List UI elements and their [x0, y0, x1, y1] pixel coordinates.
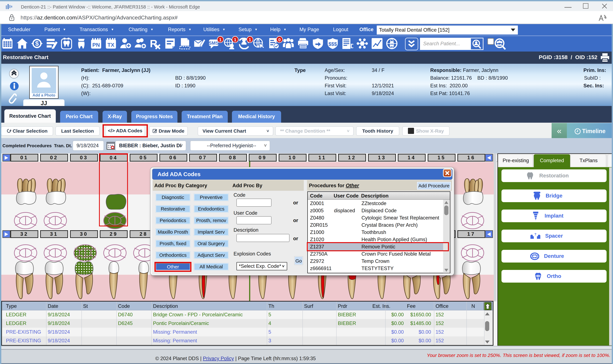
- svg-text:$$$: $$$: [328, 41, 337, 47]
- svg-text:SMS: SMS: [209, 40, 219, 46]
- svg-text:TX: TX: [107, 42, 114, 48]
- svg-text:D: D: [350, 42, 353, 49]
- svg-text:PN: PN: [92, 42, 100, 48]
- svg-text:$: $: [35, 40, 39, 47]
